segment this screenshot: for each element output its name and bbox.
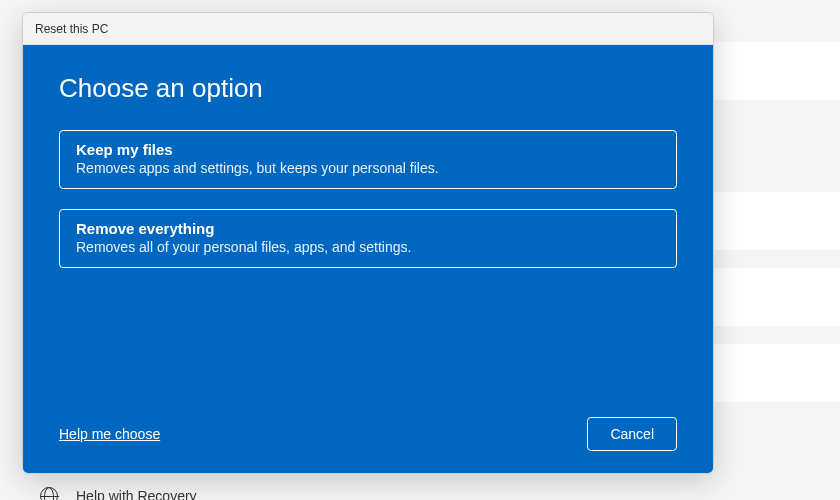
option-title: Remove everything xyxy=(76,220,660,237)
help-me-choose-link[interactable]: Help me choose xyxy=(59,426,160,442)
reset-pc-dialog: Reset this PC Choose an option Keep my f… xyxy=(22,12,714,474)
option-description: Removes all of your personal files, apps… xyxy=(76,239,660,255)
dialog-heading: Choose an option xyxy=(59,73,677,104)
dialog-body: Choose an option Keep my files Removes a… xyxy=(23,45,713,473)
remove-everything-option[interactable]: Remove everything Removes all of your pe… xyxy=(59,209,677,268)
cancel-button[interactable]: Cancel xyxy=(587,417,677,451)
keep-my-files-option[interactable]: Keep my files Removes apps and settings,… xyxy=(59,130,677,189)
help-with-recovery-link[interactable]: Help with Recovery xyxy=(40,487,197,500)
dialog-titlebar: Reset this PC xyxy=(23,13,713,45)
dialog-title: Reset this PC xyxy=(35,22,108,36)
option-title: Keep my files xyxy=(76,141,660,158)
globe-icon xyxy=(40,487,58,500)
help-recovery-label: Help with Recovery xyxy=(76,488,197,500)
option-description: Removes apps and settings, but keeps you… xyxy=(76,160,660,176)
